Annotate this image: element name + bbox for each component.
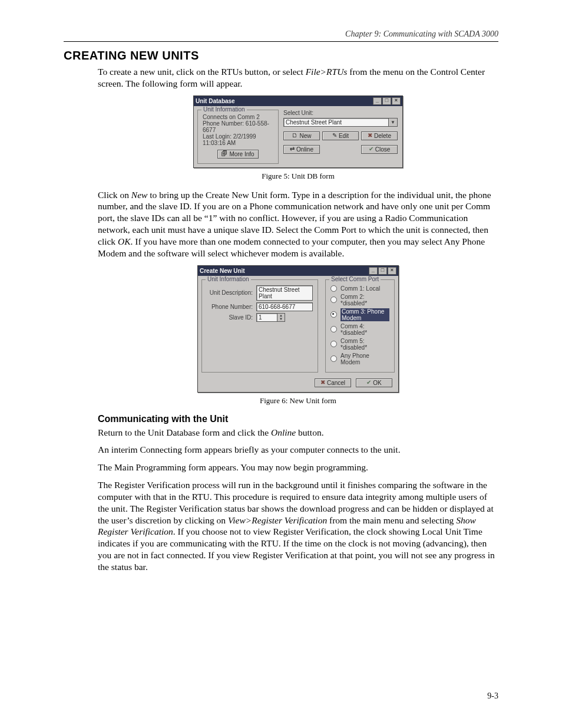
edit-icon: ✎: [332, 133, 337, 139]
button-label: Close: [375, 146, 391, 153]
button-label: OK: [373, 380, 381, 386]
intro-paragraph: To create a new unit, click on the RTUs …: [98, 66, 498, 90]
menu-path-text: File>RTUs: [306, 67, 348, 77]
body-paragraph: An interim Connecting form appears brief…: [98, 444, 498, 456]
text: Return to the Unit Database form and cli…: [98, 427, 271, 437]
comm-port-option[interactable]: Comm 2: *disabled*: [330, 294, 389, 307]
cancel-icon: ✖: [320, 380, 325, 386]
radio-icon[interactable]: [330, 311, 337, 318]
window-title: Create New Unit: [200, 268, 245, 274]
online-button[interactable]: ⇄ Online: [283, 145, 320, 154]
combo-value: Chestnut Street Plant: [283, 118, 389, 127]
chevron-down-icon[interactable]: ▼: [389, 118, 398, 127]
radio-label: Comm 4: *disabled*: [340, 323, 389, 336]
running-head: Chapter 9: Communicating with SCADA 3000: [64, 29, 498, 39]
select-unit-combo[interactable]: Chestnut Street Plant ▼: [283, 118, 398, 127]
text: Click on: [98, 190, 131, 200]
radio-label: Comm 2: *disabled*: [340, 294, 389, 307]
groupbox-legend: Select Comm Port: [329, 276, 381, 282]
phone-number-input[interactable]: 610-668-6677: [256, 302, 313, 311]
button-label: More Info: [229, 151, 254, 157]
page-number: 9-3: [487, 691, 498, 701]
emphasis: New: [131, 190, 148, 200]
ok-icon: ✔: [366, 380, 371, 386]
button-label: Online: [296, 146, 313, 153]
body-paragraph: Return to the Unit Database form and cli…: [98, 427, 498, 439]
body-paragraph: The Register Verification process will r…: [98, 479, 498, 573]
spinner-down-icon[interactable]: ▼: [277, 317, 285, 321]
check-icon: ✔: [369, 146, 373, 152]
spinner-value[interactable]: 1: [256, 313, 277, 322]
online-icon: ⇄: [290, 146, 295, 152]
subsection-heading: Communicating with the Unit: [98, 414, 498, 424]
unit-database-window: Unit Database _ □ × Unit Information Con…: [193, 95, 403, 168]
button-label: Cancel: [327, 380, 345, 386]
text: . If you have more than one modem connec…: [98, 236, 485, 258]
button-label: Edit: [339, 133, 349, 139]
text: To create a new unit, click on the RTUs …: [98, 67, 306, 77]
radio-icon[interactable]: [330, 341, 337, 347]
titlebar: Unit Database _ □ ×: [194, 96, 402, 106]
close-icon[interactable]: ×: [392, 97, 401, 105]
body-paragraph: Click on New to bring up the Create New …: [98, 189, 498, 259]
more-info-button[interactable]: 🗐 More Info: [217, 150, 258, 159]
create-new-unit-window: Create New Unit _ □ × Unit Information U…: [197, 265, 399, 393]
comm-port-option[interactable]: Comm 1: Local: [330, 285, 389, 292]
emphasis: OK: [118, 236, 131, 246]
comm-port-option[interactable]: Comm 5: *disabled*: [330, 338, 389, 351]
new-icon: 🗋: [292, 133, 297, 139]
radio-icon[interactable]: [330, 355, 337, 362]
section-heading: CREATING NEW UNITS: [64, 49, 498, 62]
text: button.: [296, 427, 323, 437]
comm-port-option[interactable]: Comm 4: *disabled*: [330, 323, 389, 336]
new-button[interactable]: 🗋 New: [283, 131, 320, 140]
figure-caption: Figure 6: New Unit form: [98, 396, 498, 406]
unit-description-input[interactable]: Chestnut Street Plant: [256, 285, 313, 301]
window-title: Unit Database: [196, 98, 235, 104]
figure-caption: Figure 5: Unit DB form: [98, 172, 498, 181]
menu-path-text: View>Register Verification: [228, 515, 327, 525]
radio-label: Comm 5: *disabled*: [340, 338, 389, 351]
minimize-icon[interactable]: _: [369, 267, 378, 275]
radio-label: Comm 3: Phone Modem: [340, 308, 389, 321]
field-label: Slave ID:: [207, 314, 253, 321]
button-label: New: [299, 133, 311, 139]
info-line: Last Login: 2/2/1999 11:03:16 AM: [203, 133, 273, 146]
radio-icon[interactable]: [330, 297, 337, 303]
delete-button[interactable]: ✖ Delete: [361, 131, 398, 140]
slave-id-spinner[interactable]: 1 ▲▼: [256, 313, 285, 322]
groupbox-legend: Unit Information: [206, 276, 251, 282]
ok-button[interactable]: ✔ OK: [356, 378, 392, 387]
close-button[interactable]: ✔ Close: [361, 145, 398, 154]
field-label: Unit Description:: [207, 289, 253, 296]
comm-port-option[interactable]: Comm 3: Phone Modem: [330, 308, 389, 321]
radio-label: Comm 1: Local: [340, 285, 380, 292]
info-line: Connects on Comm 2: [203, 114, 273, 120]
radio-icon[interactable]: [330, 326, 337, 332]
emphasis: Online: [271, 427, 296, 437]
comm-port-option[interactable]: Any Phone Modem: [330, 353, 389, 365]
groupbox-legend: Unit Information: [201, 106, 247, 113]
minimize-icon[interactable]: _: [373, 97, 382, 105]
radio-icon[interactable]: [330, 285, 337, 292]
info-icon: 🗐: [222, 151, 227, 157]
close-icon[interactable]: ×: [388, 267, 396, 275]
text: from the main menu and selecting: [327, 515, 456, 525]
delete-icon: ✖: [368, 133, 372, 139]
cancel-button[interactable]: ✖ Cancel: [315, 378, 351, 387]
info-line: Phone Number: 610-558-6677: [203, 120, 273, 133]
maximize-icon[interactable]: □: [378, 267, 387, 275]
button-label: Delete: [374, 133, 391, 139]
radio-label: Any Phone Modem: [340, 353, 389, 365]
select-unit-label: Select Unit:: [283, 110, 398, 116]
header-rule: [64, 41, 498, 42]
field-label: Phone Number:: [207, 304, 253, 310]
titlebar: Create New Unit _ □ ×: [198, 266, 398, 276]
edit-button[interactable]: ✎ Edit: [322, 131, 359, 140]
maximize-icon[interactable]: □: [382, 97, 391, 105]
body-paragraph: The Main Programming form appears. You m…: [98, 462, 498, 473]
